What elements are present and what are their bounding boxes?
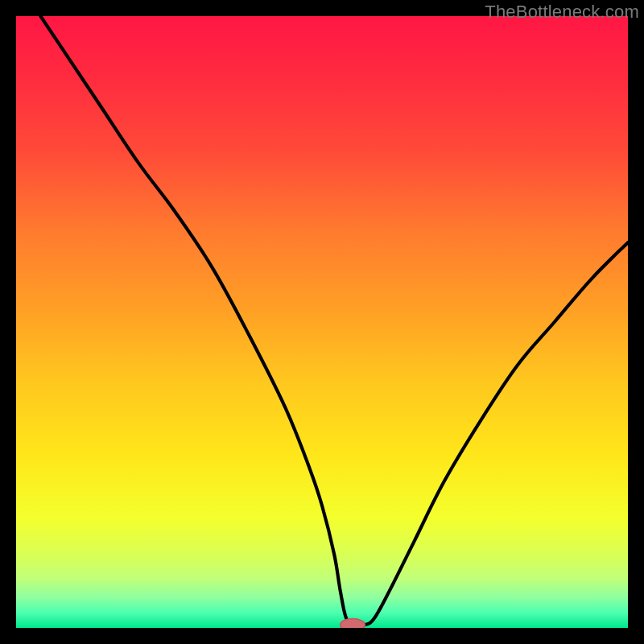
watermark-text: TheBottleneck.com: [485, 2, 639, 23]
gradient-background: [16, 16, 628, 628]
chart-frame: TheBottleneck.com: [0, 0, 644, 644]
bottleneck-chart: [16, 16, 628, 628]
optimal-point-marker: [341, 619, 365, 628]
